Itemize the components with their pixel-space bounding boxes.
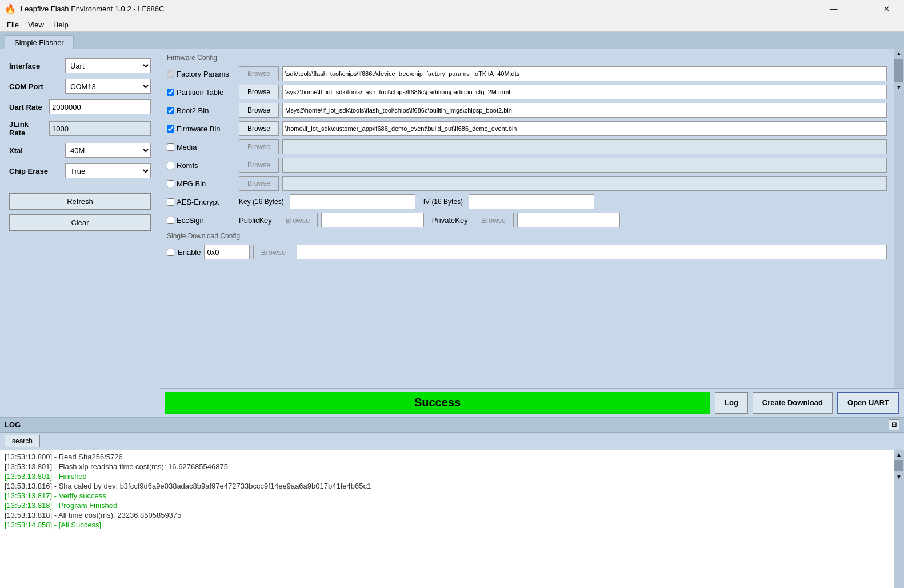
firmware-bin-label: Firmware Bin <box>177 125 221 133</box>
status-bar: Success Log Create Download Open UART <box>160 388 904 417</box>
factory-params-path[interactable] <box>282 66 887 81</box>
uart-rate-label: Uart Rate <box>9 103 45 111</box>
partition-table-label: Partition Table <box>177 88 223 97</box>
mfg-bin-row: MFG Bin Browse <box>167 176 887 191</box>
log-header: LOG ⊟ <box>0 418 904 433</box>
chip-erase-label: Chip Erase <box>9 167 61 175</box>
log-line: [13:53:14.058] - [All Success] <box>5 521 889 529</box>
aes-key-input[interactable] <box>290 194 415 209</box>
single-download-section: Single Download Config Enable Browse <box>167 232 887 259</box>
firmware-bin-row: Firmware Bin Browse <box>167 121 887 136</box>
log-button[interactable]: Log <box>715 392 748 414</box>
private-key-input[interactable] <box>517 213 620 227</box>
factory-params-label: Factory Params <box>177 70 229 78</box>
romfs-label: Romfs <box>177 161 198 170</box>
log-search-button[interactable]: search <box>5 435 40 447</box>
aes-encrypt-checkbox[interactable] <box>167 198 174 206</box>
interface-select[interactable]: Uart JLink <box>65 58 151 73</box>
xtal-row: Xtal 40M 26M <box>9 143 151 158</box>
public-key-browse: Browse <box>278 213 318 227</box>
jlink-rate-input[interactable] <box>49 121 151 136</box>
window-title: Leapfive Flash Environment 1.0.2 - LF686… <box>21 5 164 13</box>
log-scroll-thumb[interactable] <box>894 460 903 471</box>
partition-table-path[interactable] <box>282 85 887 99</box>
log-scroll-up[interactable]: ▲ <box>895 450 903 459</box>
jlink-rate-label: JLink Rate <box>9 120 45 137</box>
media-browse: Browse <box>239 139 279 154</box>
mfg-bin-path <box>282 176 887 191</box>
aes-encrypt-row: AES-Encrypt Key (16 Bytes) IV (16 Bytes) <box>167 194 887 209</box>
comport-select[interactable]: COM13 COM1 COM2 <box>65 79 151 94</box>
partition-table-browse[interactable]: Browse <box>239 85 279 99</box>
menu-help[interactable]: Help <box>49 19 73 30</box>
private-key-label: PrivateKey <box>432 216 468 225</box>
romfs-checkbox[interactable] <box>167 162 174 169</box>
refresh-button[interactable]: Refresh <box>9 193 151 210</box>
minimize-button[interactable]: — <box>821 0 847 18</box>
comport-label: COM Port <box>9 82 61 91</box>
single-enable-checkbox[interactable] <box>167 249 174 256</box>
log-line: [13:53:13.816] - Sha caled by dev: b3fcc… <box>5 482 889 490</box>
log-title: LOG <box>5 421 21 429</box>
factory-params-checkbox[interactable] <box>167 70 174 78</box>
firmware-bin-checkbox[interactable] <box>167 125 174 133</box>
xtal-label: Xtal <box>9 146 61 155</box>
boot2-bin-path[interactable] <box>282 103 887 118</box>
clear-button[interactable]: Clear <box>9 214 151 231</box>
firmware-bin-path[interactable] <box>282 121 887 136</box>
boot2-bin-browse[interactable]: Browse <box>239 103 279 118</box>
log-scrollbar: ▲ ▼ <box>894 450 904 588</box>
panel-scroll-thumb[interactable] <box>894 59 903 82</box>
eccsign-row: EccSign PublicKey Browse PrivateKey Brow… <box>167 213 887 227</box>
single-path-input[interactable] <box>297 245 887 259</box>
public-key-input[interactable] <box>321 213 424 227</box>
partition-table-row: Partition Table Browse <box>167 85 887 99</box>
close-button[interactable]: ✕ <box>873 0 899 18</box>
log-minimize-button[interactable]: ⊟ <box>889 419 899 430</box>
uart-rate-input[interactable] <box>49 99 151 114</box>
boot2-bin-row: Boot2 Bin Browse <box>167 103 887 118</box>
jlink-rate-row: JLink Rate <box>9 120 151 137</box>
log-line: [13:53:13.801] - Flash xip readsha time … <box>5 462 889 471</box>
single-address-input[interactable] <box>204 245 250 259</box>
log-section: LOG ⊟ search [13:53:13.800] - Read Sha25… <box>0 417 904 588</box>
firmware-config-title: Firmware Config <box>167 54 887 62</box>
boot2-bin-checkbox[interactable] <box>167 107 174 114</box>
aes-encrypt-label: AES-Encrypt <box>177 198 219 206</box>
private-key-browse: Browse <box>474 213 514 227</box>
log-line: [13:53:13.800] - Read Sha256/5726 <box>5 453 889 461</box>
panel-scroll-down[interactable]: ▼ <box>895 83 903 91</box>
panel-scroll-up[interactable]: ▲ <box>895 49 903 58</box>
menu-file[interactable]: File <box>2 19 23 30</box>
aes-iv-input[interactable] <box>469 194 594 209</box>
mfg-bin-checkbox[interactable] <box>167 180 174 187</box>
log-line: [13:53:13.818] - Program Finished <box>5 501 889 510</box>
media-path <box>282 139 887 154</box>
factory-params-browse: Browse <box>239 66 279 81</box>
media-checkbox[interactable] <box>167 143 174 151</box>
eccsign-label: EccSign <box>177 216 204 225</box>
xtal-select[interactable]: 40M 26M <box>65 143 151 158</box>
chip-erase-select[interactable]: True False <box>65 163 151 178</box>
partition-table-checkbox[interactable] <box>167 89 174 96</box>
factory-params-row: Factory Params Browse <box>167 66 887 81</box>
chip-erase-row: Chip Erase True False <box>9 163 151 178</box>
eccsign-checkbox[interactable] <box>167 217 174 224</box>
right-scroll: Firmware Config Factory Params Browse Pa… <box>160 49 904 388</box>
log-line: [13:53:13.801] - Finished <box>5 472 889 481</box>
firmware-bin-browse[interactable]: Browse <box>239 121 279 136</box>
window-controls: — □ ✕ <box>821 0 899 18</box>
interface-label: Interface <box>9 62 61 70</box>
maximize-button[interactable]: □ <box>847 0 873 18</box>
tab-simple-flasher[interactable]: Simple Flasher <box>5 35 74 49</box>
menu-view[interactable]: View <box>23 19 49 30</box>
log-content: [13:53:13.800] - Read Sha256/5726[13:53:… <box>0 450 894 588</box>
mfg-bin-browse: Browse <box>239 176 279 191</box>
panel-scrollbar: ▲ ▼ <box>894 49 904 388</box>
comport-row: COM Port COM13 COM1 COM2 <box>9 79 151 94</box>
log-scroll-down[interactable]: ▼ <box>895 473 903 481</box>
open-uart-button[interactable]: Open UART <box>837 392 899 414</box>
create-download-button[interactable]: Create Download <box>753 392 833 414</box>
uart-rate-row: Uart Rate <box>9 99 151 114</box>
romfs-browse: Browse <box>239 158 279 173</box>
